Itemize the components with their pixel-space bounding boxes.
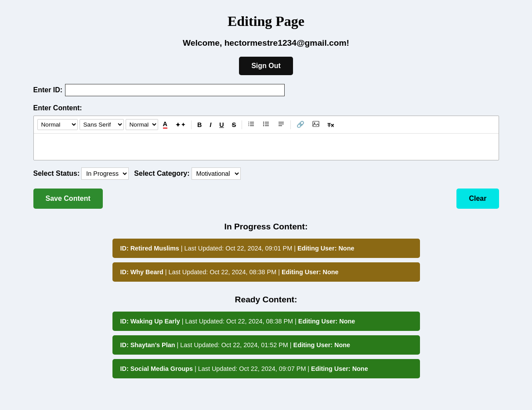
svg-rect-15	[313, 121, 319, 127]
item-id: ID: Shaytan's Plan	[120, 341, 175, 348]
item-meta: | Last Updated: Oct 22, 2024, 09:01 PM |	[181, 245, 296, 252]
content-field-group: Enter Content: Normal Heading 1 Heading …	[33, 104, 499, 160]
page-title: Editing Page	[9, 13, 523, 29]
font-select[interactable]: Sans Serif Serif Monospace	[80, 119, 124, 130]
content-label: Enter Content:	[33, 104, 499, 112]
list-item[interactable]: ID: Shaytan's Plan | Last Updated: Oct 2…	[112, 335, 420, 355]
item-meta: | Last Updated: Oct 22, 2024, 01:52 PM |	[177, 341, 291, 348]
rich-text-editor: Normal Heading 1 Heading 2 Sans Serif Se…	[33, 116, 499, 160]
save-content-button[interactable]: Save Content	[33, 189, 103, 209]
in-progress-section: In Progress Content: ID: Retired Muslims…	[112, 222, 420, 282]
strikethrough-button[interactable]: S	[229, 120, 239, 130]
svg-point-16	[314, 123, 315, 124]
ready-section: Ready Content: ID: Waking Up Early | Las…	[112, 295, 420, 378]
sign-out-button[interactable]: Sign Out	[239, 57, 293, 75]
item-meta: | Last Updated: Oct 22, 2024, 09:07 PM |	[195, 365, 309, 372]
align-button[interactable]	[275, 119, 288, 131]
item-editing: Editing User: None	[297, 245, 355, 252]
font-color-button[interactable]: A	[160, 119, 170, 130]
toolbar-separator-2	[242, 120, 242, 129]
item-id: ID: Why Beard	[120, 268, 163, 276]
svg-point-10	[263, 123, 264, 124]
list-item[interactable]: ID: Social Media Groups | Last Updated: …	[112, 359, 420, 378]
item-editing: Editing User: None	[282, 268, 339, 276]
editor-toolbar: Normal Heading 1 Heading 2 Sans Serif Se…	[34, 116, 499, 134]
id-field-row: Enter ID:	[33, 84, 499, 96]
category-select[interactable]: Motivational Educational Inspirational	[192, 167, 241, 180]
ready-title: Ready Content:	[112, 295, 420, 305]
in-progress-title: In Progress Content:	[112, 222, 420, 232]
item-editing: Editing User: None	[311, 365, 368, 372]
actions-row: Save Content Clear	[33, 189, 499, 209]
category-label: Select Category:	[134, 170, 189, 178]
item-editing: Editing User: None	[293, 341, 351, 348]
status-label: Select Status:	[33, 170, 80, 178]
status-select[interactable]: In Progress Ready Published	[81, 167, 129, 180]
link-button[interactable]: 🔗	[293, 119, 308, 130]
item-id: ID: Retired Muslims	[120, 245, 179, 252]
item-meta: | Last Updated: Oct 22, 2024, 08:38 PM |	[182, 318, 297, 325]
size-select[interactable]: Normal Small Large	[126, 119, 158, 130]
item-meta: | Last Updated: Oct 22, 2024, 08:38 PM |	[165, 268, 280, 276]
id-label: Enter ID:	[33, 86, 63, 94]
bold-button[interactable]: B	[194, 120, 205, 130]
svg-text:3: 3	[248, 124, 250, 127]
highlight-button[interactable]: ✦✦	[172, 120, 188, 130]
item-id: ID: Social Media Groups	[120, 365, 193, 372]
image-button[interactable]	[309, 119, 322, 131]
toolbar-separator-3	[290, 120, 291, 129]
italic-button[interactable]: I	[206, 120, 214, 130]
toolbar-separator-1	[191, 120, 192, 129]
ordered-list-button[interactable]: 123	[245, 119, 258, 131]
item-editing: Editing User: None	[298, 318, 355, 325]
underline-button[interactable]: U	[216, 120, 227, 130]
list-item[interactable]: ID: Waking Up Early | Last Updated: Oct …	[112, 312, 420, 331]
list-item[interactable]: ID: Retired Muslims | Last Updated: Oct …	[112, 239, 420, 258]
clear-button[interactable]: Clear	[456, 189, 499, 209]
unordered-list-button[interactable]	[260, 119, 273, 131]
clear-format-button[interactable]: Tx	[324, 120, 337, 130]
id-input[interactable]	[65, 84, 285, 96]
list-item[interactable]: ID: Why Beard | Last Updated: Oct 22, 20…	[112, 262, 420, 282]
editor-body[interactable]	[34, 134, 499, 160]
item-id: ID: Waking Up Early	[120, 318, 180, 325]
welcome-message: Welcome, hectormestre1234@gmail.com!	[9, 38, 523, 48]
status-category-row: Select Status: In Progress Ready Publish…	[33, 167, 499, 180]
style-select[interactable]: Normal Heading 1 Heading 2	[37, 119, 78, 130]
svg-point-11	[263, 125, 264, 126]
svg-point-9	[263, 122, 264, 123]
